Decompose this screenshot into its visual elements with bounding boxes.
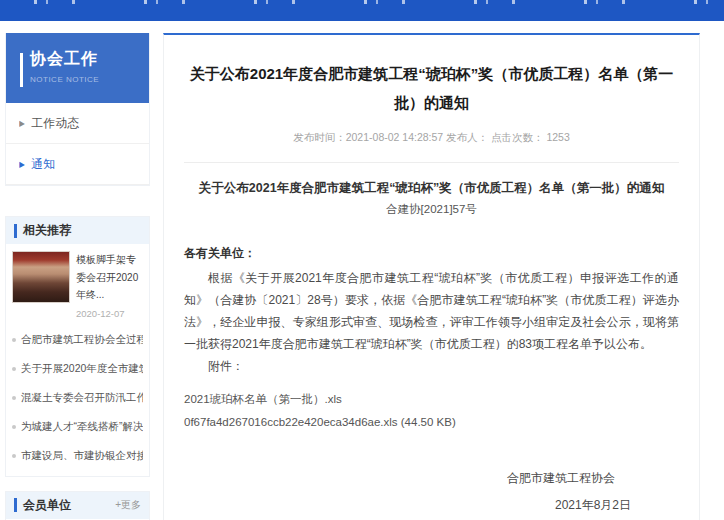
more-link[interactable]: +更多 <box>115 498 141 512</box>
related-item-label: 合肥市建筑工程协会全过程工程... <box>21 333 143 347</box>
related-list-item[interactable]: 关于开展2020年度全市建筑业评... <box>12 354 143 383</box>
bullet-icon <box>12 396 16 400</box>
featured-text: 模板脚手架专委会召开2020年终... 2020-12-07 <box>76 251 143 319</box>
attachment-link[interactable]: 2021琥珀杯名单（第一批）.xls <box>184 392 679 407</box>
menu-item-label: 通知 <box>31 156 55 173</box>
article-meta: 发布时间：2021-08-02 14:28:57 发布人： 点击次数： 1253 <box>184 131 679 145</box>
chevron-right-icon: ▶ <box>19 160 25 169</box>
chevron-right-icon: ▶ <box>19 119 25 128</box>
related-item-label: 关于开展2020年度全市建筑业评... <box>21 362 143 376</box>
featured-title: 模板脚手架专委会召开2020年终... <box>76 251 143 304</box>
page-title: 关于公布2021年度合肥市建筑工程“琥珀杯”奖（市优质工程）名单（第一批）的通知 <box>184 59 679 117</box>
sidebar-item-notice[interactable]: ▶ 通知 <box>6 144 149 185</box>
attachment-label: 附件： <box>184 355 679 377</box>
section-accent-bar <box>14 498 17 512</box>
document-number: 合建协[2021]57号 <box>184 202 679 217</box>
related-list-item[interactable]: 混凝土专委会召开防汛工作座谈会 <box>12 383 143 412</box>
sidebar-item-work-news[interactable]: ▶ 工作动态 <box>6 103 149 144</box>
related-section-header: 相关推荐 <box>6 217 149 244</box>
related-list-item[interactable]: 市建设局、市建协银企对接会第... <box>12 441 143 470</box>
related-recommend-section: 相关推荐 模板脚手架专委会召开2020年终... 2020-12-07 合肥市建… <box>5 216 150 477</box>
member-units-section: 会员单位 +更多 合肥伟霸脚手架有限公司 <box>5 491 150 520</box>
related-item-label: 为城建人才“牵线搭桥”解决“... <box>21 420 143 434</box>
top-nav-bar <box>0 0 724 21</box>
salutation: 各有关单位： <box>184 245 679 262</box>
related-item-label: 混凝土专委会召开防汛工作座谈会 <box>21 391 143 405</box>
related-list-item[interactable]: 为城建人才“牵线搭桥”解决“... <box>12 412 143 441</box>
sidebar: 协会工作 NOTICE NOTICE ▶ 工作动态 ▶ 通知 相关推荐 模板脚手… <box>5 33 150 520</box>
related-item-label: 市建设局、市建协银企对接会第... <box>21 449 143 463</box>
members-section-header: 会员单位 +更多 <box>6 492 149 519</box>
sidebar-title: 协会工作 <box>30 49 149 70</box>
featured-article[interactable]: 模板脚手架专委会召开2020年终... 2020-12-07 <box>6 244 149 323</box>
bullet-icon <box>12 367 16 371</box>
header-accent-bar <box>20 53 23 87</box>
article-body: 根据《关于开展2021年度合肥市建筑工程“琥珀杯”奖（市优质工程）申报评选工作的… <box>184 267 679 355</box>
divider <box>184 162 679 163</box>
related-list: 合肥市建筑工程协会全过程工程... 关于开展2020年度全市建筑业评... 混凝… <box>6 323 149 476</box>
sidebar-header: 协会工作 NOTICE NOTICE <box>6 33 149 103</box>
sidebar-notice-box: 协会工作 NOTICE NOTICE ▶ 工作动态 ▶ 通知 <box>5 33 150 186</box>
signature-date: 2021年8月2日 <box>184 497 631 514</box>
conference-photo-thumbnail <box>12 251 70 303</box>
sidebar-subtitle: NOTICE NOTICE <box>30 75 149 84</box>
bullet-icon <box>12 425 16 429</box>
attachment-link[interactable]: 0f67fa4d267016ccb22e420eca34d6ae.xls (44… <box>184 416 679 428</box>
signature-org: 合肥市建筑工程协会 <box>184 470 615 487</box>
signature-block: 合肥市建筑工程协会 2021年8月2日 <box>184 470 679 514</box>
section-accent-bar <box>14 224 17 238</box>
bullet-icon <box>12 454 16 458</box>
article-panel: 关于公布2021年度合肥市建筑工程“琥珀杯”奖（市优质工程）名单（第一批）的通知… <box>163 33 700 520</box>
menu-item-label: 工作动态 <box>31 115 79 132</box>
document-title: 关于公布2021年度合肥市建筑工程“琥珀杯”奖（市优质工程）名单（第一批）的通知 <box>184 180 679 197</box>
featured-date: 2020-12-07 <box>76 308 143 319</box>
related-list-item[interactable]: 合肥市建筑工程协会全过程工程... <box>12 325 143 354</box>
members-section-title: 会员单位 <box>23 497 71 514</box>
related-section-title: 相关推荐 <box>23 222 71 239</box>
top-nav-cropped-text <box>0 0 724 4</box>
bullet-icon <box>12 338 16 342</box>
